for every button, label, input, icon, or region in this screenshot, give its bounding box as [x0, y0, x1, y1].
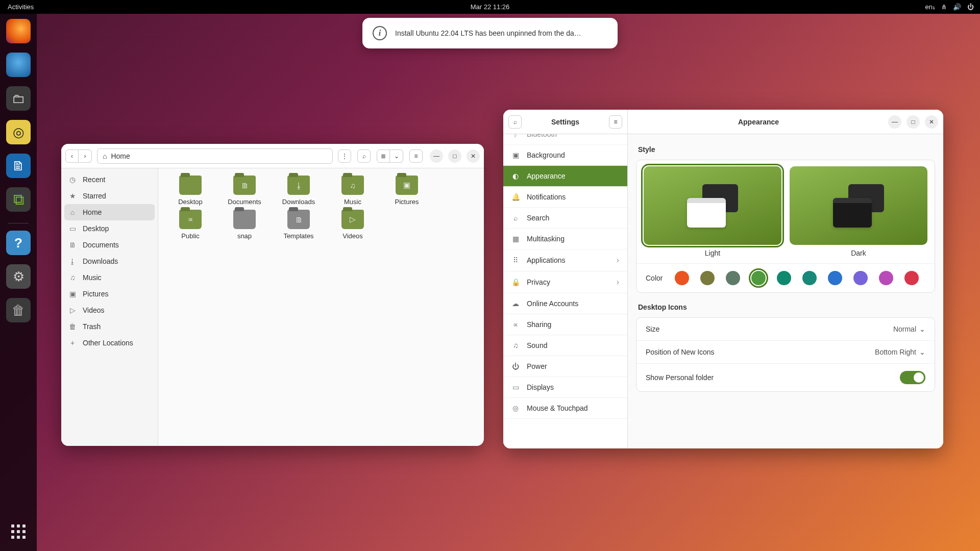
folder-music[interactable]: ♫Music: [326, 176, 380, 206]
view-dropdown-button[interactable]: ⌄: [390, 149, 403, 163]
color-swatch[interactable]: [777, 271, 791, 285]
sidebar-item-starred[interactable]: ★Starred: [61, 188, 158, 204]
size-dropdown[interactable]: Normal⌄: [893, 325, 925, 333]
activities-button[interactable]: Activities: [0, 3, 34, 11]
position-dropdown[interactable]: Bottom Right⌄: [875, 348, 925, 356]
folder-documents[interactable]: 🗎Documents: [217, 176, 272, 206]
personal-folder-row: Show Personal folder: [636, 364, 935, 391]
color-swatch[interactable]: [751, 271, 766, 285]
maximize-button[interactable]: □: [906, 115, 920, 129]
search-button[interactable]: ⌕: [357, 149, 371, 163]
sidebar-item-downloads[interactable]: ⭳Downloads: [61, 253, 158, 269]
settings-menu-button[interactable]: ≡: [609, 115, 622, 129]
network-icon[interactable]: ⋔: [941, 3, 947, 11]
clock[interactable]: Mar 22 11:26: [471, 3, 510, 11]
style-dark-option[interactable]: Dark: [790, 166, 927, 257]
nav-item-sharing[interactable]: ∝Sharing: [503, 314, 627, 335]
path-menu-button[interactable]: ⋮: [338, 149, 351, 163]
nav-item-displays[interactable]: ▭Displays: [503, 377, 627, 398]
sidebar-item-trash[interactable]: 🗑Trash: [61, 318, 158, 335]
minimize-button[interactable]: —: [888, 115, 901, 129]
sidebar-item-documents[interactable]: 🗎Documents: [61, 237, 158, 253]
dock-help[interactable]: ?: [6, 231, 31, 255]
path-bar[interactable]: ⌂ Home: [97, 148, 333, 164]
sidebar-item-icon: ▭: [68, 224, 77, 233]
nav-item-background[interactable]: ▣Background: [503, 145, 627, 166]
settings-nav: ᛒBluetooth▣Background◐Appearance🔔Notific…: [503, 134, 628, 448]
sidebar-item-pictures[interactable]: ▣Pictures: [61, 286, 158, 302]
dock-settings[interactable]: ⚙: [6, 264, 31, 289]
dock-firefox[interactable]: [6, 19, 31, 43]
folder-label: Desktop: [178, 198, 203, 206]
sidebar-item-recent[interactable]: ◷Recent: [61, 171, 158, 188]
maximize-button[interactable]: □: [448, 149, 461, 163]
nav-item-mouse-touchpad[interactable]: ◎Mouse & Touchpad: [503, 398, 627, 419]
nav-item-bluetooth[interactable]: ᛒBluetooth: [503, 134, 627, 145]
sidebar-item-home[interactable]: ⌂Home: [64, 204, 155, 220]
notification-toast[interactable]: i Install Ubuntu 22.04 LTS has been unpi…: [362, 18, 618, 48]
dock-rhythmbox[interactable]: ◎: [6, 120, 31, 144]
nav-forward-button[interactable]: ›: [79, 149, 92, 163]
color-swatch[interactable]: [879, 271, 893, 285]
nav-item-online-accounts[interactable]: ☁Online Accounts: [503, 293, 627, 314]
sidebar-item-other-locations[interactable]: +Other Locations: [61, 335, 158, 351]
folder-desktop[interactable]: Desktop: [163, 176, 217, 206]
home-icon: ⌂: [103, 152, 107, 160]
nav-item-privacy[interactable]: 🔒Privacy›: [503, 271, 627, 293]
folder-snap[interactable]: snap: [217, 210, 272, 240]
style-light-option[interactable]: Light: [644, 166, 781, 257]
folder-downloads[interactable]: ⭳Downloads: [272, 176, 326, 206]
sidebar-item-videos[interactable]: ▷Videos: [61, 302, 158, 318]
show-apps-button[interactable]: [6, 519, 31, 544]
settings-window: ⌕ Settings ≡ Appearance — □ ✕ ᛒBluetooth…: [503, 110, 943, 448]
folder-videos[interactable]: ▷Videos: [326, 210, 380, 240]
color-swatch[interactable]: [675, 271, 689, 285]
minimize-button[interactable]: —: [430, 149, 443, 163]
sidebar-item-label: Trash: [83, 322, 101, 331]
color-swatch[interactable]: [904, 271, 919, 285]
folder-icon: [233, 210, 256, 229]
nav-item-sound[interactable]: ♫Sound: [503, 335, 627, 356]
nav-item-icon: ᛒ: [511, 134, 520, 138]
sidebar-item-icon: +: [68, 339, 77, 347]
color-row: Color: [636, 263, 935, 292]
nav-item-notifications[interactable]: 🔔Notifications: [503, 187, 627, 208]
color-swatch[interactable]: [726, 271, 740, 285]
close-button[interactable]: ✕: [925, 115, 938, 129]
nav-item-applications[interactable]: ⠿Applications›: [503, 249, 627, 271]
dock-software[interactable]: ⧉: [6, 187, 31, 212]
nav-back-button[interactable]: ‹: [65, 149, 79, 163]
files-titlebar: ‹ › ⌂ Home ⋮ ⌕ ≣ ⌄ ≡ — □ ✕: [61, 144, 484, 168]
folder-public[interactable]: ∝Public: [163, 210, 217, 240]
nav-item-power[interactable]: ⏻Power: [503, 356, 627, 377]
color-swatch[interactable]: [700, 271, 715, 285]
sidebar-item-icon: ⌂: [68, 208, 77, 216]
sidebar-item-music[interactable]: ♫Music: [61, 269, 158, 286]
hamburger-button[interactable]: ≡: [409, 149, 423, 163]
folder-templates[interactable]: 🗎Templates: [272, 210, 326, 240]
sidebar-item-icon: ▷: [68, 306, 77, 314]
dock-thunderbird[interactable]: [6, 53, 31, 77]
nav-item-icon: ♫: [511, 341, 520, 349]
folder-icon: 🗎: [287, 210, 310, 229]
nav-item-search[interactable]: ⌕Search: [503, 208, 627, 229]
settings-search-button[interactable]: ⌕: [508, 115, 522, 129]
sidebar-item-desktop[interactable]: ▭Desktop: [61, 220, 158, 237]
view-list-button[interactable]: ≣: [377, 149, 390, 163]
dock-files[interactable]: 🗀: [6, 86, 31, 111]
color-swatch[interactable]: [828, 271, 842, 285]
color-swatch[interactable]: [853, 271, 868, 285]
color-swatch[interactable]: [802, 271, 817, 285]
nav-item-multitasking[interactable]: ▦Multitasking: [503, 229, 627, 249]
close-button[interactable]: ✕: [467, 149, 480, 163]
dock-trash[interactable]: 🗑: [6, 298, 31, 322]
dock-writer[interactable]: 🗎: [6, 154, 31, 178]
folder-pictures[interactable]: ▣Pictures: [380, 176, 434, 206]
sidebar-item-label: Downloads: [83, 257, 118, 265]
input-lang-indicator[interactable]: en₁: [925, 3, 935, 11]
personal-folder-toggle[interactable]: [900, 371, 925, 384]
power-icon[interactable]: ⏻: [967, 3, 974, 11]
style-section-label: Style: [638, 145, 933, 154]
volume-icon[interactable]: 🔊: [953, 3, 961, 11]
nav-item-appearance[interactable]: ◐Appearance: [503, 166, 627, 187]
